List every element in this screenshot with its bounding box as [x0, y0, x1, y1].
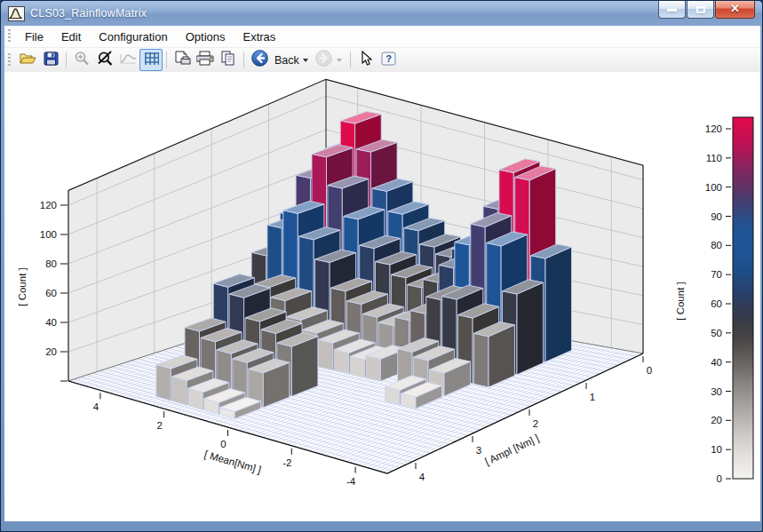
menu-item-file[interactable]: File	[16, 28, 52, 46]
svg-text:10: 10	[711, 444, 722, 455]
svg-text:70: 70	[711, 269, 722, 280]
svg-text:0: 0	[220, 439, 226, 449]
menu-bar: FileEditConfigurationOptionsExtras	[4, 26, 760, 48]
chart-area: 20406080100120[ Count ]420-2-4[ Mean[Nm]…	[4, 72, 760, 521]
curve-measure-icon	[120, 52, 137, 68]
svg-text:80: 80	[711, 240, 722, 250]
app-window: CLS03_RainflowMatrix ✕ FileEditConfigura…	[0, 0, 763, 532]
menu-item-configuration[interactable]: Configuration	[90, 28, 176, 46]
colorbar-ticks: 0102030405060708090100110120[ Count ]	[675, 123, 731, 484]
forward-button-dropdown-icon[interactable]	[337, 59, 342, 62]
svg-text:4: 4	[419, 472, 425, 482]
toolbar-separator	[166, 52, 167, 68]
copy-icon	[220, 51, 236, 69]
client-area: FileEditConfigurationOptionsExtras Back?…	[4, 26, 760, 521]
svg-text:2: 2	[533, 418, 538, 429]
maximize-icon	[696, 6, 705, 13]
svg-text:-4: -4	[346, 476, 356, 487]
close-icon: ✕	[716, 1, 754, 18]
svg-text:[ Ampl [Nm] ]: [ Ampl [Nm] ]	[483, 433, 541, 467]
rainflow-3d-chart: 20406080100120[ Count ]420-2-4[ Mean[Nm]…	[4, 72, 760, 521]
measure-button[interactable]	[116, 49, 139, 71]
back-button[interactable]	[248, 49, 271, 71]
svg-text:0: 0	[717, 473, 722, 484]
toolbar-separator	[243, 52, 244, 68]
menu-item-edit[interactable]: Edit	[52, 28, 90, 46]
svg-text:30: 30	[711, 386, 722, 397]
svg-text:40: 40	[711, 357, 722, 368]
svg-text:60: 60	[45, 288, 57, 298]
colorbar	[733, 117, 753, 479]
svg-text:100: 100	[40, 229, 57, 240]
svg-text:120: 120	[705, 123, 722, 134]
page-setup-button[interactable]	[171, 49, 194, 71]
toolbar-grip[interactable]	[8, 53, 11, 67]
svg-text:3: 3	[476, 445, 481, 456]
window-title: CLS03_RainflowMatrix	[30, 7, 147, 20]
svg-text:4: 4	[93, 401, 99, 412]
svg-text:100: 100	[705, 182, 722, 193]
zoom-off-button[interactable]	[93, 49, 116, 71]
forward-button[interactable]	[313, 49, 336, 71]
svg-text:90: 90	[711, 211, 722, 222]
svg-text:80: 80	[45, 258, 57, 269]
svg-text:[ Count ]: [ Count ]	[675, 282, 686, 320]
open-file-button[interactable]	[16, 49, 39, 71]
toolbar-separator	[66, 52, 67, 68]
minimize-button[interactable]	[658, 1, 686, 19]
back-button-label: Back	[274, 54, 299, 67]
svg-text:50: 50	[711, 328, 722, 338]
help-icon: ?	[381, 52, 396, 69]
svg-text:0: 0	[647, 365, 652, 376]
menu-item-extras[interactable]: Extras	[234, 28, 285, 46]
svg-text:1: 1	[590, 392, 595, 402]
menubar-grip[interactable]	[8, 29, 11, 44]
title-bar[interactable]: CLS03_RainflowMatrix ✕	[1, 1, 762, 26]
svg-text:-2: -2	[282, 457, 291, 468]
cursor-arrow-icon	[360, 51, 372, 70]
back-button-dropdown-icon[interactable]	[303, 59, 308, 62]
svg-text:110: 110	[706, 153, 722, 163]
svg-text:20: 20	[711, 415, 722, 425]
zoom-in-icon	[74, 51, 90, 69]
svg-text:20: 20	[45, 346, 57, 357]
forward-circle-icon	[315, 50, 332, 70]
svg-text:[ Mean[Nm] ]: [ Mean[Nm] ]	[203, 449, 263, 475]
printer-icon	[196, 51, 214, 69]
svg-text:120: 120	[40, 200, 57, 210]
save-icon	[44, 52, 59, 69]
svg-text:2: 2	[156, 420, 162, 431]
toolbar-separator	[350, 52, 351, 68]
page-printer-icon	[174, 51, 191, 69]
folder-open-icon	[20, 52, 36, 69]
help-button[interactable]: ?	[378, 49, 401, 71]
svg-text:[ Count ]: [ Count ]	[17, 267, 28, 306]
zoom-in-button[interactable]	[70, 49, 93, 71]
close-button[interactable]: ✕	[715, 1, 755, 19]
back-circle-icon	[251, 50, 268, 70]
toolbar: Back?	[4, 48, 760, 73]
minimize-icon	[667, 9, 677, 12]
print-button[interactable]	[194, 49, 217, 71]
pointer-button[interactable]	[354, 49, 378, 71]
curve-window-icon	[8, 6, 25, 21]
zoom-off-icon	[97, 51, 114, 69]
svg-text:?: ?	[385, 53, 392, 64]
svg-text:60: 60	[711, 298, 722, 309]
grid-icon	[144, 52, 159, 69]
grid-toggle-button[interactable]	[139, 49, 163, 71]
save-button[interactable]	[39, 49, 62, 71]
svg-text:40: 40	[45, 317, 57, 328]
maximize-button[interactable]	[687, 1, 714, 19]
copy-button[interactable]	[217, 49, 240, 71]
menu-item-options[interactable]: Options	[177, 28, 234, 46]
